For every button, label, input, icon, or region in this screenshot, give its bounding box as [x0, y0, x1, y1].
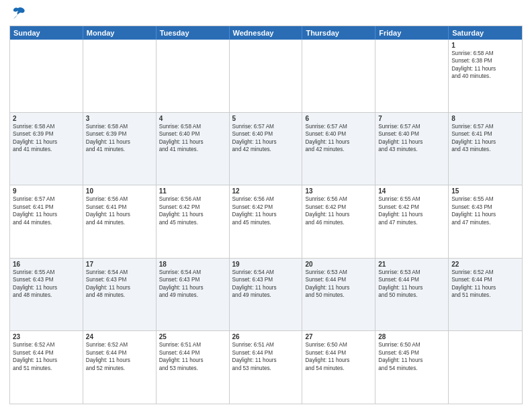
- day-info: Sunrise: 6:58 AM Sunset: 6:38 PM Dayligh…: [451, 50, 519, 81]
- day-number: 18: [159, 261, 226, 268]
- calendar-week-1: 1Sunrise: 6:58 AM Sunset: 6:38 PM Daylig…: [10, 40, 522, 113]
- calendar-cell: [157, 40, 230, 112]
- day-number: 11: [159, 187, 226, 195]
- day-number: 26: [232, 333, 300, 340]
- day-number: 14: [378, 187, 445, 195]
- calendar-cell: 27Sunrise: 6:50 AM Sunset: 6:44 PM Dayli…: [302, 331, 375, 404]
- day-number: 21: [378, 261, 445, 268]
- calendar-cell: 14Sunrise: 6:55 AM Sunset: 6:42 PM Dayli…: [375, 185, 449, 258]
- calendar-cell: [375, 40, 449, 112]
- day-number: 20: [305, 261, 372, 268]
- day-number: 2: [13, 115, 80, 122]
- day-number: 7: [378, 115, 445, 122]
- logo: [9, 7, 26, 20]
- day-number: 19: [232, 261, 300, 268]
- calendar-cell: 19Sunrise: 6:54 AM Sunset: 6:43 PM Dayli…: [230, 259, 303, 331]
- day-number: 10: [86, 187, 153, 195]
- calendar-cell: 18Sunrise: 6:54 AM Sunset: 6:43 PM Dayli…: [157, 259, 230, 331]
- calendar-cell: 4Sunrise: 6:58 AM Sunset: 6:40 PM Daylig…: [157, 113, 230, 185]
- calendar-cell: [10, 40, 83, 112]
- day-number: 16: [13, 261, 80, 268]
- calendar-cell: 8Sunrise: 6:57 AM Sunset: 6:41 PM Daylig…: [449, 113, 522, 185]
- logo-bird-icon: [11, 7, 26, 20]
- day-info: Sunrise: 6:55 AM Sunset: 6:42 PM Dayligh…: [378, 195, 445, 226]
- day-info: Sunrise: 6:56 AM Sunset: 6:42 PM Dayligh…: [305, 195, 372, 226]
- day-info: Sunrise: 6:51 AM Sunset: 6:44 PM Dayligh…: [159, 341, 226, 372]
- calendar-cell: 25Sunrise: 6:51 AM Sunset: 6:44 PM Dayli…: [157, 331, 230, 404]
- day-number: 13: [305, 187, 372, 195]
- calendar-cell: [302, 40, 375, 112]
- day-info: Sunrise: 6:54 AM Sunset: 6:43 PM Dayligh…: [159, 269, 226, 300]
- calendar-cell: 1Sunrise: 6:58 AM Sunset: 6:38 PM Daylig…: [449, 40, 522, 112]
- calendar-cell: [449, 331, 522, 404]
- calendar-body: 1Sunrise: 6:58 AM Sunset: 6:38 PM Daylig…: [10, 40, 522, 404]
- day-number: 22: [451, 261, 519, 268]
- calendar-cell: 12Sunrise: 6:56 AM Sunset: 6:42 PM Dayli…: [230, 185, 303, 258]
- day-info: Sunrise: 6:51 AM Sunset: 6:44 PM Dayligh…: [232, 341, 300, 372]
- calendar-cell: [230, 40, 303, 112]
- calendar-cell: 24Sunrise: 6:52 AM Sunset: 6:44 PM Dayli…: [83, 331, 157, 404]
- day-number: 17: [86, 261, 153, 268]
- calendar-header: SundayMondayTuesdayWednesdayThursdayFrid…: [10, 26, 522, 40]
- calendar-week-5: 23Sunrise: 6:52 AM Sunset: 6:44 PM Dayli…: [10, 331, 522, 404]
- calendar-cell: 2Sunrise: 6:58 AM Sunset: 6:39 PM Daylig…: [10, 113, 83, 185]
- calendar-week-4: 16Sunrise: 6:55 AM Sunset: 6:43 PM Dayli…: [10, 259, 522, 332]
- day-number: 5: [232, 115, 300, 122]
- header-day-friday: Friday: [375, 26, 449, 40]
- day-info: Sunrise: 6:57 AM Sunset: 6:41 PM Dayligh…: [451, 123, 519, 154]
- header-day-sunday: Sunday: [10, 26, 83, 40]
- day-info: Sunrise: 6:57 AM Sunset: 6:40 PM Dayligh…: [378, 123, 445, 154]
- page-header: [9, 7, 523, 20]
- header-day-monday: Monday: [83, 26, 157, 40]
- calendar-cell: 22Sunrise: 6:52 AM Sunset: 6:44 PM Dayli…: [449, 259, 522, 331]
- day-info: Sunrise: 6:57 AM Sunset: 6:41 PM Dayligh…: [13, 195, 80, 226]
- calendar-cell: 16Sunrise: 6:55 AM Sunset: 6:43 PM Dayli…: [10, 259, 83, 331]
- calendar-cell: 11Sunrise: 6:56 AM Sunset: 6:42 PM Dayli…: [157, 185, 230, 258]
- day-number: 12: [232, 187, 300, 195]
- day-number: 4: [159, 115, 226, 122]
- day-info: Sunrise: 6:56 AM Sunset: 6:42 PM Dayligh…: [232, 195, 300, 226]
- day-info: Sunrise: 6:50 AM Sunset: 6:45 PM Dayligh…: [378, 341, 445, 372]
- day-info: Sunrise: 6:55 AM Sunset: 6:43 PM Dayligh…: [13, 269, 80, 300]
- header-day-thursday: Thursday: [302, 26, 375, 40]
- day-info: Sunrise: 6:58 AM Sunset: 6:39 PM Dayligh…: [13, 123, 80, 154]
- calendar-week-3: 9Sunrise: 6:57 AM Sunset: 6:41 PM Daylig…: [10, 185, 522, 259]
- day-info: Sunrise: 6:52 AM Sunset: 6:44 PM Dayligh…: [13, 341, 80, 372]
- day-info: Sunrise: 6:54 AM Sunset: 6:43 PM Dayligh…: [232, 269, 300, 300]
- day-info: Sunrise: 6:56 AM Sunset: 6:41 PM Dayligh…: [86, 195, 153, 226]
- calendar-cell: 23Sunrise: 6:52 AM Sunset: 6:44 PM Dayli…: [10, 331, 83, 404]
- day-number: 3: [86, 115, 153, 122]
- calendar-cell: 26Sunrise: 6:51 AM Sunset: 6:44 PM Dayli…: [230, 331, 303, 404]
- day-info: Sunrise: 6:54 AM Sunset: 6:43 PM Dayligh…: [86, 269, 153, 300]
- calendar-cell: 6Sunrise: 6:57 AM Sunset: 6:40 PM Daylig…: [302, 113, 375, 185]
- day-number: 23: [13, 333, 80, 340]
- day-info: Sunrise: 6:52 AM Sunset: 6:44 PM Dayligh…: [86, 341, 153, 372]
- day-info: Sunrise: 6:50 AM Sunset: 6:44 PM Dayligh…: [305, 341, 372, 372]
- day-info: Sunrise: 6:58 AM Sunset: 6:39 PM Dayligh…: [86, 123, 153, 154]
- day-number: 24: [86, 333, 153, 340]
- day-number: 27: [305, 333, 372, 340]
- day-number: 15: [451, 187, 519, 195]
- calendar-cell: 9Sunrise: 6:57 AM Sunset: 6:41 PM Daylig…: [10, 185, 83, 258]
- calendar-cell: 3Sunrise: 6:58 AM Sunset: 6:39 PM Daylig…: [83, 113, 157, 185]
- day-info: Sunrise: 6:55 AM Sunset: 6:43 PM Dayligh…: [451, 195, 519, 226]
- day-number: 9: [13, 187, 80, 195]
- calendar-cell: 28Sunrise: 6:50 AM Sunset: 6:45 PM Dayli…: [375, 331, 449, 404]
- calendar-week-2: 2Sunrise: 6:58 AM Sunset: 6:39 PM Daylig…: [10, 113, 522, 186]
- calendar-cell: 21Sunrise: 6:53 AM Sunset: 6:44 PM Dayli…: [375, 259, 449, 331]
- calendar-cell: 13Sunrise: 6:56 AM Sunset: 6:42 PM Dayli…: [302, 185, 375, 258]
- calendar: SundayMondayTuesdayWednesdayThursdayFrid…: [9, 26, 523, 404]
- calendar-cell: 15Sunrise: 6:55 AM Sunset: 6:43 PM Dayli…: [449, 185, 522, 258]
- calendar-cell: 5Sunrise: 6:57 AM Sunset: 6:40 PM Daylig…: [230, 113, 303, 185]
- day-info: Sunrise: 6:57 AM Sunset: 6:40 PM Dayligh…: [232, 123, 300, 154]
- calendar-cell: [83, 40, 157, 112]
- day-info: Sunrise: 6:58 AM Sunset: 6:40 PM Dayligh…: [159, 123, 226, 154]
- day-info: Sunrise: 6:52 AM Sunset: 6:44 PM Dayligh…: [451, 269, 519, 300]
- header-day-saturday: Saturday: [449, 26, 522, 40]
- day-number: 25: [159, 333, 226, 340]
- day-info: Sunrise: 6:53 AM Sunset: 6:44 PM Dayligh…: [305, 269, 372, 300]
- calendar-cell: 17Sunrise: 6:54 AM Sunset: 6:43 PM Dayli…: [83, 259, 157, 331]
- header-day-tuesday: Tuesday: [157, 26, 230, 40]
- day-number: 8: [451, 115, 519, 122]
- day-info: Sunrise: 6:56 AM Sunset: 6:42 PM Dayligh…: [159, 195, 226, 226]
